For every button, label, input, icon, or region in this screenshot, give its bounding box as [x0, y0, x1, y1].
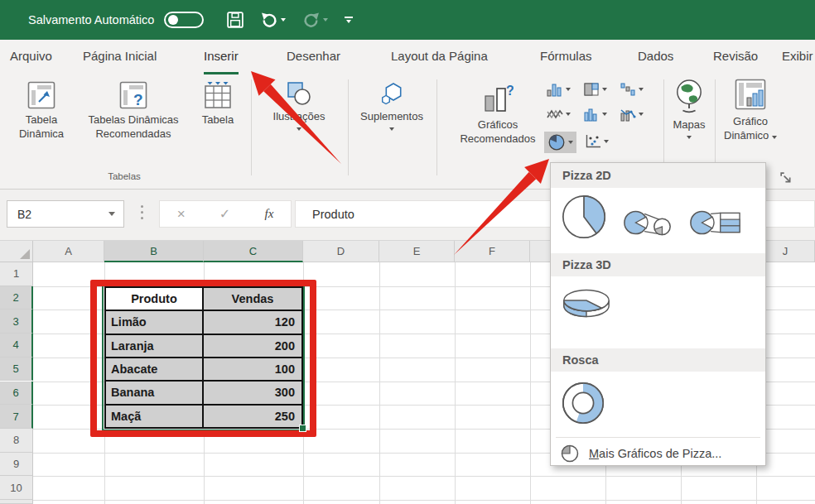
tab-desenhar[interactable]: Desenhar [287, 40, 340, 74]
menu-item-doughnut[interactable] [559, 379, 607, 430]
group-separator [715, 79, 716, 162]
menu-item-bar-of-pie[interactable] [688, 206, 741, 242]
column-header-e[interactable]: E [379, 241, 455, 262]
insert-statistic-chart-button[interactable] [583, 107, 607, 122]
select-all-triangle-icon [20, 249, 30, 259]
svg-text:?: ? [506, 84, 514, 98]
addins-icon [379, 81, 404, 106]
insert-combo-chart-button[interactable] [620, 107, 644, 122]
name-box-dropdown-arrow-icon[interactable] [109, 212, 115, 216]
confirm-icon[interactable]: ✓ [219, 206, 230, 222]
gridline [379, 262, 380, 504]
line-chart-icon [547, 107, 563, 122]
pivot-table-button[interactable]: Tabela Dinâmica [12, 81, 71, 141]
maps-dropdown-arrow-icon [687, 136, 692, 139]
formula-bar-buttons: × ✓ fx [159, 200, 292, 228]
tab-layout-da-pagina[interactable]: Layout da Página [391, 40, 488, 74]
menu-divider [556, 437, 760, 438]
doughnut-icon [559, 379, 607, 427]
insert-column-chart-button[interactable] [547, 82, 571, 97]
menu-item-pie-2d[interactable] [560, 193, 608, 244]
group-separator [251, 79, 252, 175]
row-header-1[interactable]: 1 [0, 262, 33, 286]
pivot-table-icon [27, 81, 55, 109]
redo-dropdown-arrow-icon[interactable] [323, 18, 328, 22]
dropdown-arrow-icon [568, 141, 573, 144]
pivot-chart-icon [735, 78, 766, 111]
name-box[interactable]: B2 [7, 200, 124, 228]
row-header-10[interactable]: 10 [0, 476, 33, 500]
undo-dropdown-arrow-icon[interactable] [281, 18, 286, 22]
pie-of-pie-icon [622, 206, 675, 239]
insert-hierarchy-chart-button[interactable] [583, 82, 607, 97]
row-header-7[interactable]: 7 [0, 405, 33, 429]
insert-pie-chart-button[interactable] [544, 132, 576, 153]
column-header-a[interactable]: A [33, 241, 104, 262]
undo-icon [260, 12, 278, 28]
insert-line-chart-button[interactable] [547, 107, 571, 122]
tab-inserir[interactable]: Inserir [204, 40, 239, 74]
customize-toolbar-icon[interactable] [345, 17, 353, 23]
recommended-pivottables-label-1: Tabelas Dinâmicas [88, 113, 178, 126]
maps-globe-icon [675, 78, 703, 114]
tab-exibir[interactable]: Exibir [782, 40, 813, 74]
hierarchy-chart-icon [583, 82, 600, 97]
row-header-8[interactable]: 8 [0, 429, 33, 453]
maps-button[interactable]: Mapas [665, 78, 713, 139]
charts-dialog-launcher[interactable] [780, 172, 792, 187]
tab-revisao[interactable]: Revisão [713, 40, 758, 74]
combo-chart-icon [620, 107, 636, 122]
tab-pagina-inicial[interactable]: Página Inicial [83, 40, 157, 74]
autosave-toggle[interactable] [164, 12, 204, 28]
undo-button[interactable] [260, 12, 286, 28]
column-header-c[interactable]: C [204, 241, 303, 262]
table-label: Tabela [202, 113, 234, 126]
recommended-pivottables-button[interactable]: ? Tabelas Dinâmicas Recomendadas [73, 81, 194, 141]
addins-dropdown-arrow-icon [389, 127, 394, 131]
table-button[interactable]: Tabela [195, 81, 240, 127]
recommended-pivottables-label-2: Recomendadas [95, 127, 171, 140]
insert-function-icon[interactable]: fx [265, 207, 274, 221]
gridline [530, 262, 531, 504]
excel-window: Salvamento Automático Arquivo Página Ini… [0, 0, 815, 504]
recommended-pivottables-icon: ? [119, 81, 147, 109]
row-header-6[interactable]: 6 [0, 382, 33, 406]
menu-section-header: Pizza 3D [551, 253, 765, 276]
waterfall-chart-icon [620, 82, 636, 97]
cancel-icon[interactable]: × [177, 206, 186, 223]
insert-scatter-chart-button[interactable] [585, 134, 609, 149]
save-button[interactable] [227, 12, 244, 28]
pie-chart-icon [547, 134, 566, 151]
row-header-3[interactable]: 3 [0, 310, 33, 334]
column-header-f[interactable]: F [455, 241, 530, 262]
row-header-4[interactable]: 4 [0, 334, 33, 358]
column-header-b[interactable]: B [104, 241, 204, 262]
row-header-2[interactable]: 2 [0, 286, 33, 310]
pivot-chart-button[interactable]: Gráfico Dinâmico [717, 78, 784, 142]
redo-button-disabled[interactable] [302, 12, 328, 28]
addins-button[interactable]: Suplementos [348, 81, 436, 131]
recommended-charts-label-1: Gráficos [478, 118, 518, 131]
ribbon-tab-bar: Arquivo Página Inicial Inserir Desenhar … [0, 40, 815, 74]
select-all-corner[interactable] [0, 241, 33, 262]
dropdown-arrow-icon [639, 113, 644, 116]
row-header-5[interactable]: 5 [0, 358, 33, 382]
chevron-down-icon [346, 20, 351, 23]
tables-group-label: Tabelas [50, 171, 199, 181]
insert-waterfall-chart-button[interactable] [620, 82, 644, 97]
dropdown-arrow-icon [602, 88, 607, 91]
fill-handle[interactable] [299, 425, 306, 432]
row-header-9[interactable]: 9 [0, 453, 33, 477]
tab-arquivo[interactable]: Arquivo [10, 40, 52, 74]
menu-item-more-pie-charts[interactable]: Mais Gráficos de Pizza... [551, 440, 765, 466]
column-header-d[interactable]: D [303, 241, 379, 262]
menu-item-pie-3d[interactable] [560, 284, 613, 324]
row-header-11-partial[interactable] [0, 500, 33, 504]
menu-item-pie-of-pie[interactable] [622, 206, 675, 242]
menu-section-header: Pizza 2D [551, 163, 765, 188]
tab-formulas[interactable]: Fórmulas [540, 40, 592, 74]
tab-dados[interactable]: Dados [638, 40, 673, 74]
recommended-charts-button[interactable]: ? Gráficos Recomendados [447, 83, 548, 146]
pie-chart-dropdown-menu: Pizza 2D Pizza 3D Rosca Mais Gráficos de… [550, 162, 766, 466]
illustrations-button[interactable]: Ilustrações [258, 81, 340, 131]
